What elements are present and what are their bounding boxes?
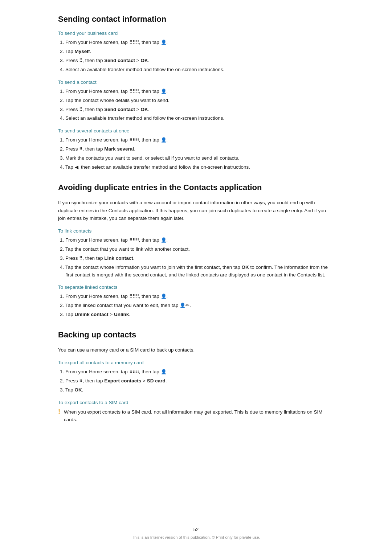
page: Sending contact information To send your… <box>0 0 392 554</box>
step-item: Select an available transfer method and … <box>65 115 334 122</box>
subsection-title-send-several: To send several contacts at once <box>58 128 334 134</box>
section-title-duplicates: Avoiding duplicate entries in the Contac… <box>58 183 334 192</box>
step-item: Tap Unlink contact > Unlink. <box>65 311 334 319</box>
footer-note: This is an Internet version of this publ… <box>0 535 392 539</box>
section-title-backup: Backing up contacts <box>58 330 334 340</box>
step-item: From your Home screen, tap ⠿⠿⠿, then tap… <box>65 136 334 144</box>
grid-icon: ⠿⠿⠿ <box>129 136 139 144</box>
step-item: Tap ◀, then select an available transfer… <box>65 164 334 171</box>
step-item: Press ⠿, then tap Send contact > OK. <box>65 106 334 114</box>
step-item: From your Home screen, tap ⠿⠿⠿, then tap… <box>65 237 334 244</box>
menu-icon: ⠿ <box>79 106 82 113</box>
subsection-title-export-sim: To export contacts to a SIM card <box>58 400 334 405</box>
menu-icon: ⠿ <box>79 255 82 262</box>
subsection-send-contact: To send a contact From your Home screen,… <box>58 79 334 123</box>
menu-icon: ⠿ <box>79 145 82 153</box>
steps-export-memory: From your Home screen, tap ⠿⠿⠿, then tap… <box>65 368 334 394</box>
menu-icon: ⠿ <box>79 57 82 64</box>
subsection-export-memory-card: To export all contacts to a memory card … <box>58 360 334 394</box>
duplicates-intro: If you synchronize your contacts with a … <box>58 199 334 222</box>
step-item: Tap the linked contact that you want to … <box>65 302 334 309</box>
backup-intro: You can use a memory card or a SIM card … <box>58 346 334 354</box>
person-icon: 👤 <box>161 293 167 300</box>
step-item: Tap OK. <box>65 386 334 394</box>
subsection-link-contacts: To link contacts From your Home screen, … <box>58 228 334 279</box>
menu-icon: ⠿ <box>79 377 82 385</box>
step-item: Tap the contact that you want to link wi… <box>65 246 334 253</box>
grid-icon: ⠿⠿⠿ <box>129 39 139 46</box>
page-number: 52 <box>0 527 392 532</box>
person-icon: 👤 <box>161 368 167 376</box>
grid-icon: ⠿⠿⠿ <box>129 88 139 95</box>
person-icon: 👤 <box>161 88 167 95</box>
step-item: Press ⠿, then tap Mark several. <box>65 145 334 153</box>
person-icon: 👤 <box>161 39 167 46</box>
steps-send-contact: From your Home screen, tap ⠿⠿⠿, then tap… <box>65 88 334 123</box>
step-item: From your Home screen, tap ⠿⠿⠿, then tap… <box>65 88 334 95</box>
step-item: From your Home screen, tap ⠿⠿⠿, then tap… <box>65 293 334 300</box>
step-item: From your Home screen, tap ⠿⠿⠿, then tap… <box>65 368 334 376</box>
subsection-send-several-contacts: To send several contacts at once From yo… <box>58 128 334 171</box>
person-icon: 👤 <box>161 136 167 144</box>
person-icon: 👤 <box>161 237 167 244</box>
subsection-separate-linked-contacts: To separate linked contacts From your Ho… <box>58 284 334 319</box>
subsection-export-sim-card: To export contacts to a SIM card ! When … <box>58 400 334 424</box>
page-footer: 52 This is an Internet version of this p… <box>0 527 392 539</box>
steps-send-several: From your Home screen, tap ⠿⠿⠿, then tap… <box>65 136 334 171</box>
step-item: Tap the contact whose details you want t… <box>65 97 334 104</box>
step-item: From your Home screen, tap ⠿⠿⠿, then tap… <box>65 39 334 46</box>
step-item: Mark the contacts you want to send, or s… <box>65 155 334 162</box>
grid-icon: ⠿⠿⠿ <box>129 368 139 376</box>
step-item: Tap Myself. <box>65 48 334 56</box>
subsection-title-export-memory: To export all contacts to a memory card <box>58 360 334 365</box>
step-item: Select an available transfer method and … <box>65 66 334 74</box>
section-avoiding-duplicates: Avoiding duplicate entries in the Contac… <box>58 183 334 319</box>
step-item: Press ⠿, then tap Export contacts > SD c… <box>65 377 334 385</box>
steps-separate-contacts: From your Home screen, tap ⠿⠿⠿, then tap… <box>65 293 334 319</box>
share-icon: ◀ <box>75 164 78 171</box>
section-title-sending: Sending contact information <box>58 15 334 24</box>
steps-link-contacts: From your Home screen, tap ⠿⠿⠿, then tap… <box>65 237 334 279</box>
warning-icon: ! <box>58 408 60 416</box>
step-item: Press ⠿, then tap Send contact > OK. <box>65 57 334 65</box>
subsection-title-business-card: To send your business card <box>58 30 334 36</box>
subsection-title-separate-contacts: To separate linked contacts <box>58 284 334 290</box>
step-item: Tap the contact whose information you wa… <box>65 264 334 279</box>
grid-icon: ⠿⠿⠿ <box>129 237 139 244</box>
subsection-title-link-contacts: To link contacts <box>58 228 334 234</box>
grid-icon: ⠿⠿⠿ <box>129 293 139 300</box>
step-item: Press ⠿, then tap Link contact. <box>65 255 334 262</box>
section-backing-up-contacts: Backing up contacts You can use a memory… <box>58 330 334 424</box>
warning-row: ! When you export contacts to a SIM card… <box>58 408 334 424</box>
edit-person-icon: 👤✏ <box>180 302 189 309</box>
subsection-title-send-contact: To send a contact <box>58 79 334 85</box>
warning-text: When you export contacts to a SIM card, … <box>64 408 334 424</box>
steps-business-card: From your Home screen, tap ⠿⠿⠿, then tap… <box>65 39 334 74</box>
subsection-send-business-card: To send your business card From your Hom… <box>58 30 334 74</box>
